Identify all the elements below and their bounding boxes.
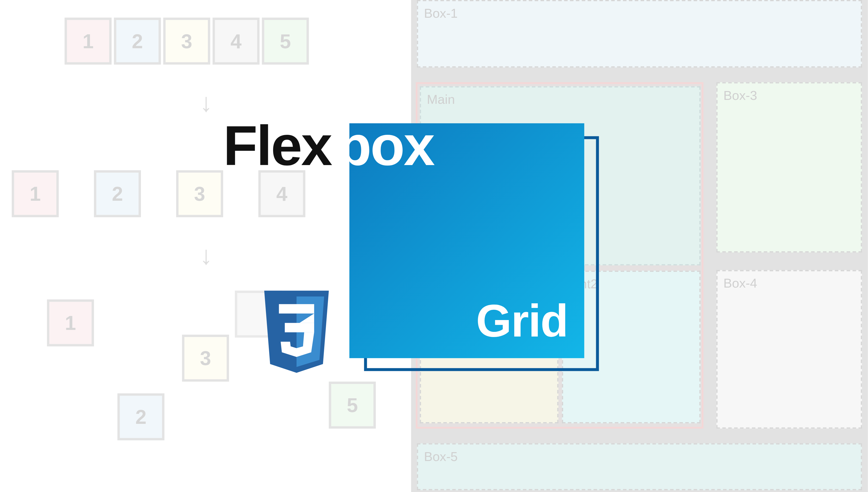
flex-item: 3 bbox=[176, 170, 223, 217]
grid-cell-label: Main bbox=[427, 92, 455, 107]
flex-item-label: 2 bbox=[112, 182, 123, 205]
flex-item-label: 1 bbox=[82, 30, 94, 53]
flex-item: 1 bbox=[12, 170, 59, 217]
flex-item-label: 5 bbox=[280, 30, 291, 53]
flex-item: 3 bbox=[182, 335, 229, 382]
flex-item: 4 bbox=[258, 170, 305, 217]
grid-cell-box1: Box-1 bbox=[417, 0, 862, 67]
arrow-down-icon: ↓ bbox=[200, 88, 213, 117]
grid-cell-label: Box-3 bbox=[723, 88, 757, 103]
flex-item: 1 bbox=[65, 18, 112, 65]
flex-item: 4 bbox=[213, 18, 259, 65]
arrow-down-icon: ↓ bbox=[200, 241, 213, 270]
flex-item: 2 bbox=[114, 18, 161, 65]
flex-item-label: 2 bbox=[135, 405, 146, 428]
flex-item-label: 4 bbox=[230, 30, 242, 53]
flex-row-1: 1 2 3 4 5 bbox=[65, 18, 311, 65]
grid-word: Grid bbox=[476, 294, 568, 348]
title-flex-part: Flex bbox=[223, 117, 331, 174]
flexbox-title: Flex box bbox=[223, 117, 434, 174]
flex-item-label: 3 bbox=[194, 182, 205, 205]
grid-cell-box3: Box-3 bbox=[716, 82, 862, 252]
flex-item-label: 3 bbox=[181, 30, 192, 53]
flex-item-label: 1 bbox=[65, 312, 76, 334]
flex-item: 1 bbox=[47, 299, 94, 346]
flex-item-label: 3 bbox=[200, 347, 211, 369]
grid-cell-box5: Box-5 bbox=[417, 443, 862, 490]
flex-item: 5 bbox=[329, 382, 376, 428]
grid-cell-label: Box-4 bbox=[723, 276, 757, 291]
flex-row-2: 1 2 3 4 bbox=[12, 170, 308, 217]
css3-shield-icon bbox=[258, 288, 334, 378]
hero-card: Grid Flex box bbox=[223, 117, 434, 174]
flex-item-label: 4 bbox=[276, 182, 288, 205]
grid-cell-label: Box-1 bbox=[424, 6, 457, 21]
flex-item: 5 bbox=[262, 18, 309, 65]
grid-cell-label: Box-5 bbox=[424, 449, 457, 464]
flex-item: 3 bbox=[163, 18, 210, 65]
flex-item-label: 2 bbox=[132, 30, 143, 53]
flex-item: 2 bbox=[94, 170, 141, 217]
svg-rect-4 bbox=[285, 323, 314, 333]
flex-item-label: 5 bbox=[347, 394, 358, 417]
grid-cell-box4: Box-4 bbox=[716, 270, 862, 428]
flex-item-label: 1 bbox=[30, 182, 41, 205]
flex-item: 2 bbox=[117, 393, 164, 440]
svg-rect-2 bbox=[279, 304, 314, 313]
diagram-stage: 1 2 3 4 5 ↓ 1 2 3 4 ↓ 1 3 2 5 Box-1 Main… bbox=[0, 0, 868, 492]
title-box-part: box bbox=[337, 117, 434, 174]
